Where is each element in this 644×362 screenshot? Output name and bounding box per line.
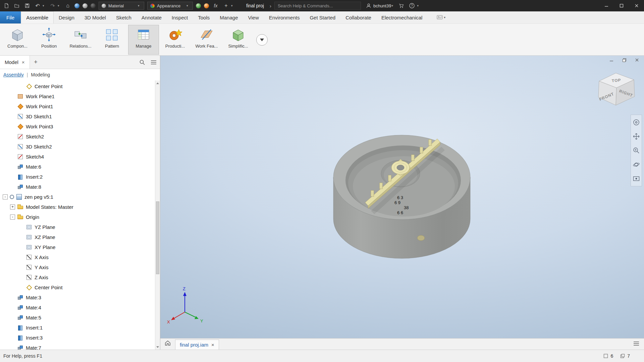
save-icon[interactable] — [23, 2, 31, 9]
tree-item[interactable]: Work Plane1 — [0, 91, 155, 101]
tab-tools[interactable]: Tools — [193, 11, 215, 23]
close-button[interactable] — [629, 0, 644, 11]
search-input[interactable] — [274, 2, 361, 10]
render-ball-icon[interactable] — [74, 3, 79, 8]
tab-3d-model[interactable]: 3D Model — [79, 11, 111, 23]
tree-item[interactable]: Insert:2 — [0, 172, 155, 182]
tree-item[interactable]: 3D Sketch1 — [0, 111, 155, 121]
tab-list-menu-icon[interactable] — [633, 341, 639, 347]
green-appearance-icon[interactable] — [196, 3, 201, 8]
redo-dropdown-icon[interactable]: ▾ — [58, 4, 61, 7]
tab-environments[interactable]: Environments — [264, 11, 305, 23]
viewport-restore-icon[interactable] — [621, 57, 627, 63]
screen-display-button[interactable]: ▾ — [437, 11, 447, 23]
tree-item[interactable]: Mate:3 — [0, 292, 155, 302]
scrollbar-thumb[interactable] — [156, 201, 159, 274]
tab-sketch[interactable]: Sketch — [111, 11, 137, 23]
tree-item[interactable]: Work Point1 — [0, 101, 155, 111]
tab-manage[interactable]: Manage — [215, 11, 243, 23]
redo-icon[interactable]: ↷ — [49, 2, 56, 9]
search-icon[interactable] — [139, 59, 145, 65]
tree-item[interactable]: Mate:4 — [0, 302, 155, 312]
tab-view[interactable]: View — [243, 11, 264, 23]
scroll-down-icon[interactable] — [155, 344, 160, 350]
tree-item[interactable]: 3D Sketch2 — [0, 141, 155, 152]
tree-item[interactable]: Insert:1 — [0, 322, 155, 333]
tree-item[interactable]: X Axis — [0, 252, 155, 262]
tab-design[interactable]: Design — [54, 11, 79, 23]
tab-inspect[interactable]: Inspect — [167, 11, 193, 23]
browser-menu-icon[interactable] — [151, 60, 157, 65]
expander-icon[interactable]: + — [10, 204, 15, 209]
title-chevron-icon[interactable]: › — [270, 3, 271, 9]
tab-electromechanical[interactable]: Electromechanical — [376, 11, 428, 23]
orange-appearance-icon[interactable] — [204, 3, 209, 8]
tree-item[interactable]: Work Point3 — [0, 121, 155, 131]
tree-item[interactable]: Sketch2 — [0, 131, 155, 141]
user-menu[interactable]: bchunt39 ▾ — [366, 3, 395, 8]
help-icon[interactable]: ? — [408, 2, 416, 9]
look-at-button[interactable] — [632, 175, 640, 183]
add-command-icon[interactable]: + — [222, 2, 230, 9]
expander-icon[interactable]: - — [3, 194, 8, 199]
panel-expand-button[interactable] — [254, 25, 270, 55]
viewport-close-icon[interactable] — [634, 57, 640, 63]
front-hole[interactable] — [417, 235, 425, 241]
productivity-button[interactable]: Producti... — [160, 25, 191, 55]
3d-viewport[interactable]: 6 3 6 9 38 6 6 Z X Y — [160, 56, 644, 338]
tab-annotate[interactable]: Annotate — [137, 11, 167, 23]
tree-item[interactable]: Y Axis — [0, 262, 155, 272]
document-tab[interactable]: final proj.iam × — [175, 340, 219, 350]
tree-item[interactable]: YZ Plane — [0, 222, 155, 232]
home-tab-icon[interactable] — [164, 340, 171, 348]
viewport-minimize-icon[interactable] — [608, 57, 614, 63]
maximize-button[interactable] — [614, 0, 629, 11]
view-cube[interactable]: TOP FRONT RIGHT — [593, 68, 640, 108]
document-tab-close-icon[interactable]: × — [211, 342, 214, 348]
appearance-dropdown[interactable]: Appearance ▾ — [147, 2, 193, 10]
tree-item-folder[interactable]: -Origin — [0, 212, 155, 222]
home-icon[interactable]: ⌂ — [64, 2, 71, 9]
position-button[interactable]: Position — [34, 25, 64, 55]
tab-assemble[interactable]: Assemble — [21, 11, 54, 23]
tree-item[interactable]: Mate:7 — [0, 343, 155, 350]
tree-item[interactable]: Insert:3 — [0, 333, 155, 343]
browser-add-tab-button[interactable]: + — [30, 59, 42, 66]
dark-sphere-icon[interactable] — [91, 3, 96, 8]
tree-item[interactable]: Center Point — [0, 282, 155, 292]
shaded-ball-icon[interactable] — [83, 3, 88, 8]
manage-button[interactable]: Manage — [128, 25, 159, 55]
material-dropdown[interactable]: Material ▾ — [99, 2, 144, 10]
tree-item-component[interactable]: -zen peg v5:1 — [0, 192, 155, 202]
browser-tab-close-icon[interactable]: × — [22, 59, 25, 65]
minimize-button[interactable] — [599, 0, 614, 11]
relationships-button[interactable]: Relations... — [65, 25, 96, 55]
tree-item[interactable]: Mate:6 — [0, 162, 155, 172]
cart-icon[interactable] — [398, 2, 405, 9]
browser-tab-model[interactable]: Model × — [0, 56, 30, 69]
tree-item[interactable]: Z Axis — [0, 272, 155, 282]
scroll-up-icon[interactable] — [155, 80, 160, 86]
tree-item[interactable]: Center Point — [0, 81, 155, 91]
tree-item[interactable]: Mate:5 — [0, 312, 155, 322]
orbit-button[interactable] — [632, 161, 640, 169]
subtab-assembly[interactable]: Assembly — [3, 72, 24, 77]
parameters-fx-icon[interactable]: fx — [212, 2, 219, 9]
pattern-button[interactable]: Pattern — [97, 25, 127, 55]
browser-scrollbar[interactable] — [155, 80, 160, 350]
expander-icon[interactable]: - — [10, 215, 15, 220]
work-features-button[interactable]: Work Fea... — [191, 25, 222, 55]
zoom-button[interactable] — [632, 146, 640, 155]
pan-button[interactable] — [632, 132, 640, 140]
tab-get-started[interactable]: Get Started — [305, 11, 340, 23]
toolbar-dropdown-icon[interactable]: ▾ — [231, 4, 234, 7]
tree-item[interactable]: XZ Plane — [0, 232, 155, 242]
new-file-icon[interactable] — [3, 2, 10, 9]
subtab-modeling[interactable]: Modeling — [31, 72, 50, 77]
open-file-icon[interactable] — [13, 2, 20, 9]
component-button[interactable]: Compon... — [2, 25, 33, 55]
simplification-button[interactable]: Simplific... — [223, 25, 254, 55]
help-dropdown-icon[interactable]: ▾ — [417, 4, 420, 7]
tree-item[interactable]: Mate:8 — [0, 182, 155, 192]
tab-file[interactable]: File — [0, 11, 21, 23]
